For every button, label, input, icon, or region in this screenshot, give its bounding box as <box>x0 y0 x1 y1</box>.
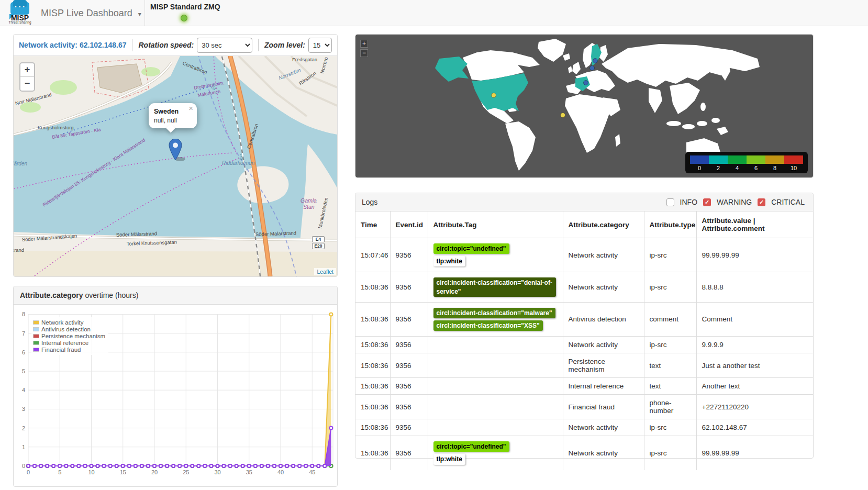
log-category: Network activity <box>563 419 644 436</box>
filter-label: WARNING <box>717 198 752 206</box>
sodermalm-blocks <box>14 251 337 276</box>
data-point <box>279 464 282 467</box>
data-point <box>172 464 175 467</box>
log-row: 15:08:369356circl:incident-classificatio… <box>355 302 813 336</box>
log-row: 15:08:369356Network activityip-src62.102… <box>355 419 813 436</box>
misp-logo-icon <box>10 2 29 15</box>
logs-panel-header: Logs INFO✓WARNING✓CRITICAL <box>355 193 813 211</box>
log-time: 15:08:36 <box>355 353 390 378</box>
legend-swatch <box>33 327 39 331</box>
log-category: Persistence mechanism <box>563 353 644 378</box>
data-point <box>266 464 270 467</box>
event-dot <box>561 113 565 118</box>
leaflet-link[interactable]: Leaflet <box>317 269 333 275</box>
log-value: Just a another test <box>696 353 813 378</box>
zoom-level-label: Zoom level: <box>264 41 305 49</box>
map-panel-header: Network activity: 62.102.148.67 Rotation… <box>14 35 337 56</box>
data-point <box>52 464 55 467</box>
column-header: Event.id <box>390 211 428 238</box>
legend-color-segment <box>709 155 728 164</box>
data-point <box>304 464 307 467</box>
close-icon[interactable]: × <box>188 105 193 112</box>
data-point <box>121 464 125 467</box>
leaflet-map[interactable]: CentralbronFredsgatanNorrbroDrottninghol… <box>14 56 337 276</box>
filter-checkbox-info[interactable] <box>666 198 674 206</box>
rotation-speed-select[interactable]: 30 sec <box>197 38 252 53</box>
popup-country: Sweden <box>154 108 192 115</box>
log-type: text <box>644 378 696 395</box>
data-point <box>248 464 251 467</box>
event-dot <box>590 66 595 71</box>
tag-badge: circl:topic="undefined" <box>433 243 509 254</box>
data-point <box>292 464 295 467</box>
data-point <box>71 464 74 467</box>
svg-text:3: 3 <box>22 406 25 412</box>
log-row: 15:07:469356circl:topic="undefined"tlp:w… <box>355 238 813 272</box>
legend-label: Antivirus detection <box>41 326 91 332</box>
svg-text:30: 30 <box>214 469 220 475</box>
world-map[interactable]: + − 0246810 <box>355 35 813 177</box>
zoom-out-button[interactable]: − <box>20 77 34 91</box>
column-header: Attribute.category <box>563 211 644 238</box>
log-category: Financial fraud <box>563 395 644 419</box>
map-zoom-control: + − <box>19 62 35 92</box>
legend-color-segment <box>728 155 747 164</box>
dashboard-menu[interactable]: MISP Live Dashboard ▾ <box>41 0 141 26</box>
legend-swatch <box>33 348 39 352</box>
chart-body: Network activityAntivirus detectionPersi… <box>14 305 337 485</box>
log-category: Network activity <box>563 272 644 302</box>
log-category: Network activity <box>563 337 644 353</box>
zoom-level-select[interactable]: 15 <box>308 38 332 53</box>
data-point <box>165 464 169 467</box>
log-time: 15:08:36 <box>355 272 390 302</box>
log-row: 15:08:369356Financial fraudphone-number+… <box>355 395 813 419</box>
data-point <box>178 464 181 467</box>
legend-tick: 2 <box>709 164 728 171</box>
map-label: Riddarfjärden <box>14 161 27 166</box>
legend-label: Network activity <box>41 319 84 326</box>
log-event-id: 9356 <box>390 419 428 436</box>
map-label: Stan <box>303 204 315 210</box>
zoom-in-button[interactable]: + <box>360 40 368 48</box>
data-point <box>39 464 42 467</box>
log-category: Network activity <box>563 238 644 272</box>
map-label: Riddarholmen <box>222 160 255 166</box>
brand-text: MISP <box>5 15 35 20</box>
log-type: ip-src <box>644 419 696 436</box>
legend-label: Persistence mechanism <box>41 333 105 339</box>
svg-text:2: 2 <box>22 425 25 431</box>
log-tags: circl:topic="undefined"tlp:white <box>428 238 563 272</box>
column-header: Attribute.Tag <box>428 211 563 238</box>
filter-checkbox-critical[interactable]: ✓ <box>758 198 765 206</box>
log-row: 15:08:369356Persistence mechanismtextJus… <box>355 353 813 378</box>
data-point <box>323 464 326 467</box>
data-point <box>134 464 137 467</box>
data-point <box>140 464 143 467</box>
legend-swatch <box>33 341 39 345</box>
legend-label: Financial fraud <box>41 347 81 353</box>
log-event-id: 9356 <box>390 395 428 419</box>
data-point <box>254 464 257 467</box>
event-dot <box>584 81 588 85</box>
navbar-divider <box>144 0 145 26</box>
park-area <box>50 80 77 95</box>
filter-checkbox-warning[interactable]: ✓ <box>703 198 711 206</box>
header-separator <box>132 39 132 51</box>
data-point <box>241 464 244 467</box>
chart-legend: Network activityAntivirus detectionPersi… <box>31 317 108 355</box>
misp-logo[interactable]: MISP Threat Sharing <box>5 1 35 24</box>
network-activity-map-panel: Network activity: 62.102.148.67 Rotation… <box>13 34 338 277</box>
svg-text:10: 10 <box>88 469 94 475</box>
zoom-in-button[interactable]: + <box>20 63 34 77</box>
popup-coordinates: null, null <box>154 117 192 124</box>
log-value: 62.102.148.67 <box>696 419 813 436</box>
log-row: 15:08:369356Network activityip-src9.9.9.… <box>355 337 813 353</box>
data-point <box>77 464 80 467</box>
log-row: 15:08:369356Internal referencetextAnothe… <box>355 378 813 395</box>
world-map-panel: + − 0246810 <box>355 34 814 178</box>
park-area <box>141 67 160 76</box>
data-point <box>260 464 263 467</box>
chart-title-rest: overtime (hours) <box>83 291 139 299</box>
zoom-out-button[interactable]: − <box>360 49 368 57</box>
chevron-down-icon: ▾ <box>138 10 141 18</box>
